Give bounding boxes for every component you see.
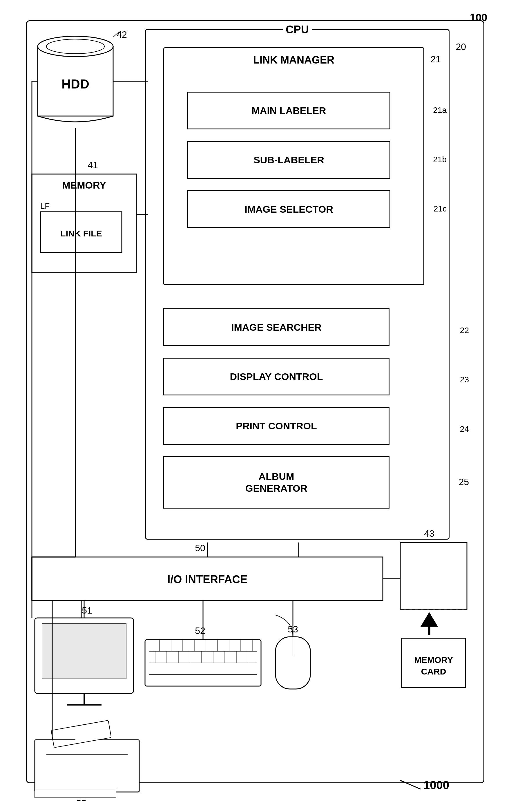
main-labeler-box: MAIN LABELER (187, 92, 390, 129)
print-control-label: PRINT CONTROL (236, 421, 317, 432)
svg-text:55: 55 (76, 798, 86, 801)
label-22: 22 (460, 326, 469, 335)
svg-rect-38 (35, 789, 116, 798)
image-searcher-label: IMAGE SEARCHER (231, 322, 322, 333)
label-21b: 21b (433, 155, 447, 164)
print-control-box: PRINT CONTROL (163, 407, 389, 445)
link-manager-box: LINK MANAGER 21 MAIN LABELER 21a SUB-LAB… (163, 47, 424, 285)
display-control-label: DISPLAY CONTROL (230, 371, 323, 382)
album-generator-label2: GENERATOR (245, 482, 307, 494)
label-21: 21 (431, 54, 441, 65)
cpu-box: CPU 20 LINK MANAGER 21 MAIN LABELER 21a … (145, 29, 449, 540)
label-21a: 21a (433, 106, 447, 115)
main-labeler-label: MAIN LABELER (252, 105, 326, 116)
label-20: 20 (456, 42, 466, 52)
album-generator-inner: ALBUM GENERATOR (245, 471, 307, 494)
display-control-box: DISPLAY CONTROL (163, 358, 389, 396)
image-selector-label: IMAGE SELECTOR (244, 204, 333, 215)
cpu-label: CPU (283, 24, 312, 36)
label-100: 100 (470, 11, 487, 24)
label-23: 23 (460, 375, 469, 384)
diagram-container: 100 CPU 20 LINK MANAGER 21 MAIN LABELER … (23, 11, 493, 801)
album-generator-box: ALBUM GENERATOR (163, 456, 389, 509)
image-searcher-box: IMAGE SEARCHER (163, 308, 389, 346)
label-25: 25 (459, 477, 469, 487)
image-selector-box: IMAGE SELECTOR (187, 190, 390, 228)
label-21c: 21c (434, 204, 447, 213)
sub-labeler-label: SUB-LABELER (254, 154, 324, 166)
link-manager-label: LINK MANAGER (253, 54, 334, 66)
album-generator-label1: ALBUM (259, 471, 294, 482)
label-24: 24 (460, 425, 469, 434)
sub-labeler-box: SUB-LABELER (187, 141, 390, 179)
